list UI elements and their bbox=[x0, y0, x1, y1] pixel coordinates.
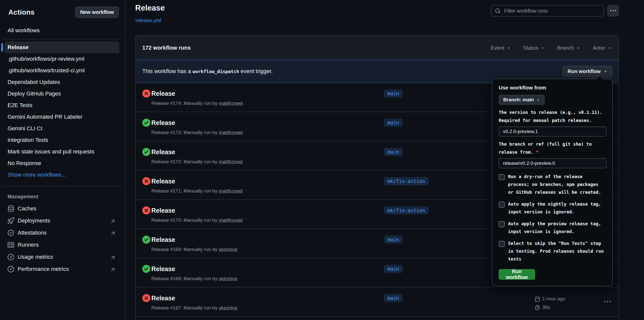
sidebar-item-runners[interactable]: Runners bbox=[0, 239, 125, 251]
run-status-icon bbox=[142, 177, 150, 185]
x-circle-icon bbox=[142, 177, 150, 185]
required-asterisk: * bbox=[536, 150, 539, 155]
show-more-workflows-link[interactable]: Show more workflows... bbox=[5, 169, 119, 181]
stopwatch-icon bbox=[535, 305, 540, 310]
sidebar-item-mark-stale[interactable]: Mark stale issues and pull requests bbox=[5, 146, 119, 157]
run-description: Release #167: Manually run by skeshive bbox=[151, 305, 237, 311]
nightly-tag-checkbox[interactable] bbox=[499, 202, 505, 208]
branch-chip[interactable]: main bbox=[384, 119, 403, 127]
x-circle-icon bbox=[142, 294, 150, 302]
sidebar-item-all-workflows[interactable]: All workflows bbox=[5, 25, 119, 36]
meter-icon bbox=[8, 254, 14, 260]
sidebar-item-pr-review[interactable]: .github/workflows/pr-review.yml bbox=[5, 53, 119, 65]
run-title[interactable]: Release bbox=[151, 178, 175, 185]
branch-chip[interactable]: mk/fix-action bbox=[384, 206, 429, 214]
branch-chip[interactable]: main bbox=[384, 236, 403, 244]
skip-tests-checkbox[interactable] bbox=[499, 241, 505, 247]
arrow-up-right-icon bbox=[110, 267, 115, 272]
sidebar-title: Actions bbox=[8, 8, 35, 16]
banner-text: This workflow has a workflow_dispatch ev… bbox=[142, 68, 273, 75]
sidebar-item-usage-metrics[interactable]: Usage metrics bbox=[0, 251, 125, 263]
sidebar-item-gemini-pr-labeler[interactable]: Gemini Automated PR Labeler bbox=[5, 111, 119, 123]
preview-tag-checkbox[interactable] bbox=[499, 221, 505, 227]
calendar-icon bbox=[535, 296, 540, 302]
sidebar-item-release[interactable]: Release bbox=[5, 42, 119, 53]
branch-chip[interactable]: main bbox=[384, 294, 403, 302]
actor-link[interactable]: skeshive bbox=[219, 276, 237, 281]
arrow-up-right-icon bbox=[110, 230, 115, 235]
sidebar-item-trusted-ci[interactable]: .github/workflows/trusted-ci.yml bbox=[5, 65, 119, 76]
filter-workflow-runs-field[interactable] bbox=[491, 5, 604, 17]
ref-input[interactable] bbox=[499, 158, 607, 168]
event-filter-dropdown[interactable]: Event bbox=[491, 45, 511, 51]
run-title[interactable]: Release bbox=[151, 236, 175, 243]
run-title[interactable]: Release bbox=[151, 265, 175, 273]
management-heading: Management bbox=[8, 194, 125, 200]
chevron-down-icon bbox=[540, 46, 545, 50]
actor-link[interactable]: mattKorwel bbox=[219, 159, 243, 164]
run-description: Release #174: Manually run by mattKorwel bbox=[151, 101, 243, 106]
run-status-icon bbox=[142, 119, 150, 127]
actor-link[interactable]: skeshive bbox=[219, 247, 237, 252]
page-title: Release bbox=[135, 4, 165, 13]
sidebar-item-caches[interactable]: Caches bbox=[0, 203, 125, 215]
sidebar-item-gemini-cli-ci[interactable]: Gemini CLI CI bbox=[5, 123, 119, 134]
branch-chip[interactable]: mk/fix-action bbox=[384, 177, 429, 185]
actor-link[interactable]: mattKorwel bbox=[219, 101, 243, 106]
new-workflow-button[interactable]: New workflow bbox=[75, 7, 119, 18]
actor-link[interactable]: mattKorwel bbox=[219, 130, 243, 135]
run-title[interactable]: Release bbox=[151, 295, 175, 302]
actor-link[interactable]: mattKorwel bbox=[219, 188, 243, 194]
x-circle-icon bbox=[142, 206, 150, 214]
actor-link[interactable]: mattKorwel bbox=[219, 217, 243, 223]
sidebar-item-performance-metrics[interactable]: Performance metrics bbox=[0, 263, 125, 275]
run-workflow-popover: Use workflow from Branch: main The versi… bbox=[492, 79, 613, 286]
run-workflow-submit-button[interactable]: Run workflow bbox=[499, 269, 535, 280]
runs-count: 172 workflow runs bbox=[142, 45, 191, 51]
sidebar-item-attestations[interactable]: Attestations bbox=[0, 227, 125, 239]
run-duration: 35s bbox=[542, 305, 550, 310]
verified-icon bbox=[8, 230, 14, 236]
check-circle-icon bbox=[142, 236, 150, 244]
run-options-button[interactable] bbox=[602, 298, 613, 306]
run-title[interactable]: Release bbox=[151, 207, 175, 214]
branch-filter-dropdown[interactable]: Branch bbox=[557, 45, 581, 51]
run-title[interactable]: Release bbox=[151, 90, 175, 97]
run-workflow-dropdown-button[interactable]: Run workflow bbox=[563, 66, 612, 77]
actor-filter-dropdown[interactable]: Actor bbox=[593, 45, 612, 51]
kebab-horizontal-icon bbox=[610, 8, 616, 14]
check-circle-icon bbox=[142, 119, 150, 127]
rocket-icon bbox=[8, 217, 14, 224]
dry-run-checkbox[interactable] bbox=[499, 174, 505, 180]
nightly-tag-checkbox-label: Auto apply the nightly release tag, inpu… bbox=[508, 200, 605, 216]
version-input[interactable] bbox=[499, 126, 607, 137]
branch-selector-button[interactable]: Branch: main bbox=[499, 95, 545, 105]
branch-chip[interactable]: main bbox=[384, 148, 403, 156]
run-status-icon bbox=[142, 89, 150, 98]
sidebar-item-e2e-tests[interactable]: E2E Tests bbox=[5, 100, 119, 111]
workflow-options-button[interactable] bbox=[607, 5, 619, 17]
actor-link[interactable]: skeshive bbox=[219, 305, 237, 310]
chevron-down-icon bbox=[576, 46, 581, 50]
workflow-run-row: Release Release #167: Manually run by sk… bbox=[136, 287, 619, 317]
branch-chip[interactable]: main bbox=[384, 89, 403, 98]
preview-tag-checkbox-label: Auto apply the preview release tag, inpu… bbox=[508, 220, 605, 236]
run-title[interactable]: Release bbox=[151, 148, 175, 156]
run-status-icon bbox=[142, 206, 150, 214]
run-description: Release #172: Manually run by mattKorwel bbox=[151, 159, 243, 165]
branch-chip[interactable]: main bbox=[384, 265, 403, 273]
sidebar-item-dependabot-updates[interactable]: Dependabot Updates bbox=[5, 76, 119, 88]
run-description: Release #168: Manually run by skeshive bbox=[151, 276, 237, 281]
run-description: Release #171: Manually run by mattKorwel bbox=[151, 188, 243, 194]
check-circle-icon bbox=[142, 265, 150, 273]
sidebar-item-deployments[interactable]: Deployments bbox=[0, 215, 125, 227]
run-title[interactable]: Release bbox=[151, 119, 175, 126]
status-filter-dropdown[interactable]: Status bbox=[523, 45, 545, 51]
sidebar-item-deploy-pages[interactable]: Deploy GitHub Pages bbox=[5, 88, 119, 100]
search-input[interactable] bbox=[504, 8, 600, 14]
workflow-file-link[interactable]: release.yml bbox=[135, 18, 161, 23]
sidebar-item-no-response[interactable]: No Response bbox=[5, 157, 119, 169]
sidebar-item-integration-tests[interactable]: Integration Tests bbox=[5, 134, 119, 146]
workflow-dispatch-code: workflow_dispatch bbox=[192, 69, 239, 74]
sidebar-item-label: Attestations bbox=[18, 230, 47, 236]
